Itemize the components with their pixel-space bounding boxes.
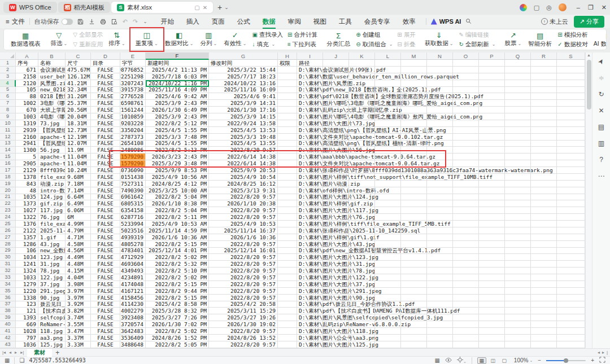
cell[interactable]: [375, 134, 401, 141]
cell[interactable]: [505, 80, 531, 87]
cell[interactable]: [278, 174, 297, 181]
cell[interactable]: 1036: [16, 341, 38, 348]
cell[interactable]: D:\素材\图片\大图片\291.jpeg: [297, 288, 323, 295]
cell[interactable]: 12480986: [120, 147, 146, 154]
cell[interactable]: 12.07M: [66, 141, 91, 147]
cell[interactable]: 2022/8/2 5:12 PM: [146, 120, 209, 127]
row-header-41[interactable]: 41: [0, 328, 16, 335]
cell[interactable]: FALSE: [91, 335, 120, 341]
cell[interactable]: [557, 335, 585, 341]
cell[interactable]: 2025/12/14 4:01 PM: [146, 248, 209, 255]
cell[interactable]: [557, 308, 585, 314]
cell[interactable]: [479, 134, 505, 141]
cell[interactable]: [557, 73, 585, 80]
cell[interactable]: [453, 73, 479, 80]
cell[interactable]: [505, 147, 531, 154]
row-header-19[interactable]: 19: [0, 181, 16, 187]
cell[interactable]: [401, 241, 427, 248]
cell[interactable]: [401, 308, 427, 314]
cell[interactable]: FALSE: [91, 314, 120, 321]
ribbon-button-重复项[interactable]: ◫重复项⌄: [133, 30, 161, 49]
cell[interactable]: D:\素材\图片\大图片\90.jpg: [297, 295, 323, 301]
cell[interactable]: [278, 221, 297, 227]
add-sheet-button[interactable]: +: [55, 349, 59, 357]
cell[interactable]: 3536409: [120, 335, 146, 341]
cell[interactable]: 2022/8/2 5:10 PM: [146, 267, 209, 274]
cell[interactable]: 1357: [16, 234, 38, 241]
cell[interactable]: FALSE: [91, 181, 120, 187]
cell[interactable]: [401, 80, 427, 87]
cell[interactable]: FALSE: [91, 295, 120, 301]
cell[interactable]: [427, 341, 453, 348]
cell[interactable]: [323, 207, 349, 214]
cell[interactable]: 4.48M: [66, 261, 91, 267]
cell[interactable]: intro-数科: [38, 187, 66, 194]
cell[interactable]: [531, 181, 557, 187]
cell[interactable]: [557, 107, 585, 113]
cell[interactable]: [505, 207, 531, 214]
cell[interactable]: 125.jpg: [38, 341, 66, 348]
cell[interactable]: 2025/3/27 7:26 PM: [146, 314, 209, 321]
cell[interactable]: D:\素材\图片\大图片\73.jpg: [297, 120, 323, 127]
cell[interactable]: [505, 295, 531, 301]
cell[interactable]: D:\素材\aaa\bbb\apache-tomcat-9.0.64.tar.g…: [297, 154, 323, 160]
cell[interactable]: 12.73M: [66, 127, 91, 134]
cell[interactable]: 4002279: [120, 308, 146, 314]
cell[interactable]: D:\素材\图片\样例\tiff\not_support\file_exampl…: [297, 174, 323, 181]
cell[interactable]: 1324: [16, 267, 38, 274]
cell[interactable]: 2025/9/9 8:53 PM: [146, 167, 209, 174]
cell[interactable]: [557, 321, 585, 328]
cell[interactable]: 2025/4/9 10:54: [209, 174, 278, 181]
cell[interactable]: [479, 100, 505, 107]
cell[interactable]: [557, 80, 585, 87]
cell[interactable]: [323, 301, 349, 308]
cell[interactable]: 11.9M: [66, 147, 91, 154]
cell[interactable]: [323, 261, 349, 267]
cell[interactable]: [557, 127, 585, 134]
column-header-K[interactable]: K: [349, 52, 375, 60]
row-header-9[interactable]: 9: [0, 113, 16, 120]
cell[interactable]: [453, 147, 479, 154]
doc-tab-docer[interactable]: 稻稻壳AI模板: [58, 2, 110, 13]
cell[interactable]: [427, 234, 453, 241]
cell[interactable]: 2941: [16, 141, 38, 147]
cell[interactable]: [323, 167, 349, 174]
cell[interactable]: [401, 281, 427, 288]
cell[interactable]: [401, 100, 427, 107]
cell[interactable]: [323, 314, 349, 321]
cell[interactable]: [479, 107, 505, 113]
cell[interactable]: D:\素材\乱码zip\大班上学期回忆录.zip: [297, 107, 323, 113]
cell[interactable]: [375, 234, 401, 241]
cell[interactable]: 669: [16, 321, 38, 328]
cell[interactable]: FALSE: [91, 160, 120, 167]
cell[interactable]: [278, 187, 297, 194]
cell[interactable]: 6.06M: [66, 207, 91, 214]
cell[interactable]: [427, 120, 453, 127]
cell[interactable]: 2022/6/14 14:38: [209, 160, 278, 167]
cell[interactable]: [479, 194, 505, 201]
cell[interactable]: 3923408: [120, 314, 146, 321]
cell[interactable]: 2025/4/5 1:55 PM: [146, 127, 209, 134]
cell[interactable]: [427, 295, 453, 301]
cell[interactable]: [349, 308, 375, 314]
cell[interactable]: [427, 227, 453, 234]
cell[interactable]: [479, 200, 505, 207]
cell[interactable]: [453, 254, 479, 261]
cell[interactable]: [401, 60, 427, 67]
cell[interactable]: [349, 127, 375, 134]
cell[interactable]: 2939: [16, 127, 38, 134]
cell[interactable]: FALSE: [91, 281, 120, 288]
cell[interactable]: 2026/1/10 20:38: [209, 200, 278, 207]
cell[interactable]: FALSE: [91, 187, 120, 194]
scroll-up-icon[interactable]: ▲: [587, 53, 591, 59]
cell[interactable]: FALSE: [91, 241, 120, 248]
cell[interactable]: [531, 207, 557, 214]
cell[interactable]: 498776852: [120, 67, 146, 73]
cell[interactable]: [479, 120, 505, 127]
cell[interactable]: [375, 100, 401, 107]
cell[interactable]: D:\素材\图片\公众号\aa3.png: [297, 335, 323, 341]
menu-tab-公式[interactable]: 公式: [232, 16, 256, 28]
cell[interactable]: 3488648: [120, 341, 146, 348]
cell[interactable]: [505, 261, 531, 267]
cell[interactable]: [278, 241, 297, 248]
